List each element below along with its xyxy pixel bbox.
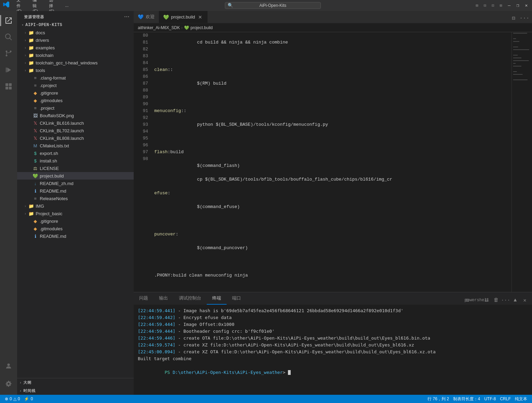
close-button[interactable]: ✕ [523,0,529,11]
sidebar-item-releasenotes[interactable]: ≡ ReleaseNotes [17,195,134,202]
code-content[interactable]: cd build && ninja && ninja combine clean… [152,32,511,292]
tab-actions: ⊟ ··· [509,13,532,23]
outline-header[interactable]: › 大纲 [17,378,134,387]
panel-trash-btn[interactable]: 🗑 [492,296,500,305]
tab-build-close[interactable]: ✕ [197,14,203,20]
folder-icon: 📁 [28,68,34,73]
folder-icon: 📁 [28,30,34,35]
sidebar-item-readme-zh[interactable]: ↓ README_zh.md [17,180,134,187]
sidebar-item-readme2[interactable]: ℹ README.md [17,232,134,240]
sidebar-item-img[interactable]: › 📁 IMG [17,202,134,210]
line-col-text: 行 76，列 2 [427,396,449,402]
sidebar-item-install[interactable]: $ install.sh [17,157,134,164]
file-icon: 𝕏 [32,136,38,141]
sidebar: 资源管理器 ··· ▾ AIPI-OPEN-KITS › 📁 docs › 📁 … [17,11,134,395]
tab-welcome[interactable]: 💙 欢迎 [134,11,159,23]
activity-bar [0,11,17,395]
timeline-header[interactable]: › 时间线 [17,387,134,395]
sidebar-more-button[interactable]: ··· [124,14,130,20]
sidebar-item-drivers[interactable]: › 📁 drivers [17,36,134,44]
sidebar-item-cproject[interactable]: ≡ .cproject [17,82,134,89]
layout-toggle[interactable]: ⊞ [474,2,480,10]
sidebar-item-license[interactable]: ⚖ LICENSE [17,164,134,172]
sidebar-item-export[interactable]: $ export.sh [17,149,134,157]
run-icon[interactable] [0,62,17,78]
minimize-button[interactable]: — [506,0,512,11]
outline-section: › 大纲 › 时间线 [17,378,134,395]
sidebar-item-examples[interactable]: › 📁 examples [17,44,134,51]
panel-close-btn[interactable]: ✕ [520,296,529,305]
sidebar-item-bouffalosdk[interactable]: 🖼 BouffaloSDK.png [17,112,134,119]
svg-point-0 [5,34,10,39]
search-input[interactable] [225,2,321,9]
panel-tab-output[interactable]: 输出 [154,292,173,305]
sidebar-item-cmakelists[interactable]: M CMakeLists.txt [17,142,134,149]
spaces-text: 制表符长度：4 [453,396,480,402]
code-view[interactable]: 80 81 82 83 84 85 86 87 88 89 90 91 92 9… [134,32,532,292]
sidebar-item-project-basic[interactable]: › 📁 Project_basic [17,210,134,217]
file-icon: $ [32,158,38,163]
panel-area: 问题 输出 调试控制台 终端 端口 ⊡ powershell ⊟ 🗑 ··· ▲… [134,292,532,395]
panel-tab-terminal[interactable]: 终端 [207,292,227,305]
sidebar-item-gitmodules2[interactable]: ◆ .gitmodules [17,225,134,232]
tab-project-build[interactable]: 💚 project.build ✕ [159,11,208,23]
status-errors[interactable]: ⊗ 0 △ 0 [3,395,22,403]
breadcrumb-file[interactable]: project.build [191,25,213,30]
sidebar-item-clang-format[interactable]: ≡ .clang-format [17,74,134,82]
terminal-content[interactable]: [22:44:59.441] - Image hash is b'69de5b7… [134,305,532,395]
sidebar-item-project[interactable]: ≡ .project [17,104,134,112]
code-line-94: puncover: [154,231,511,238]
status-language[interactable]: 纯文本 [513,395,529,403]
sidebar-item-cklink-bl808[interactable]: 𝕏 CKLink_BL808.launch [17,134,134,142]
source-control-icon[interactable] [0,45,17,62]
sidebar-item-toolchain-gcc[interactable]: › 📁 toolchain_gcc_t-head_windows [17,59,134,66]
panel-new-terminal[interactable]: ⊟ [482,296,491,305]
line-numbers: 80 81 82 83 84 85 86 87 88 89 90 91 92 9… [134,32,152,292]
status-line-ending[interactable]: CRLF [498,395,513,403]
menu-more[interactable]: ... [62,2,71,9]
more-actions-button[interactable]: ··· [520,13,529,23]
accounts-icon[interactable] [0,358,17,374]
code-line-96 [154,258,511,265]
code-line-82: clean:: [154,66,511,73]
status-encoding[interactable]: UTF-8 [482,395,498,403]
sidebar-item-gitignore[interactable]: ◆ .gitignore [17,89,134,97]
extensions-icon[interactable] [0,78,17,95]
sidebar-item-tools[interactable]: › 📁 tools [17,66,134,74]
file-icon: ◆ [32,219,38,224]
settings-icon[interactable] [0,376,17,392]
sidebar-item-docs[interactable]: › 📁 docs [17,29,134,36]
layout-grid[interactable]: ⊞ [498,2,504,10]
file-icon: 💚 [32,173,38,179]
term-line-2: [22:44:59.442] - Encrypt efuse data [138,314,528,321]
status-warnings2[interactable]: ⚡ 0 [22,395,35,403]
panel-tab-problems[interactable]: 问题 [134,292,154,305]
panel-collapse-btn[interactable]: ▲ [511,296,520,305]
svg-rect-7 [6,68,7,72]
status-spaces[interactable]: 制表符长度：4 [451,395,482,403]
sidebar-item-cklink-bl616[interactable]: 𝕏 CKLink_BL616.launch [17,119,134,127]
sidebar-item-project-build[interactable]: 💚 project.build [17,172,134,180]
layout-side[interactable]: ⊟ [482,2,487,10]
file-icon: ◆ [32,226,38,231]
status-line-col[interactable]: 行 76，列 2 [425,395,451,403]
sidebar-item-cklink-bl702[interactable]: 𝕏 CKLink_BL702.launch [17,127,134,134]
language-text: 纯文本 [515,396,527,402]
panel-tab-ports[interactable]: 端口 [227,292,246,305]
svg-point-2 [6,51,8,52]
panel-more-btn[interactable]: ··· [501,296,510,305]
panel-split-btn[interactable]: powershell [472,296,481,305]
explorer-icon[interactable] [0,12,17,29]
sidebar-root[interactable]: ▾ AIPI-OPEN-KITS [17,21,134,29]
panel-tab-debug[interactable]: 调试控制台 [173,292,207,305]
search-activity-icon[interactable] [0,29,17,45]
layout-bottom[interactable]: ⊡ [490,2,495,10]
sidebar-item-gitmodules[interactable]: ◆ .gitmodules [17,97,134,104]
tab-build-label: project.build [171,14,195,20]
split-editor-button[interactable]: ⊟ [509,13,518,23]
sidebar-item-readme[interactable]: ℹ README.md [17,187,134,195]
sidebar-item-gitignore2[interactable]: ◆ .gitignore [17,217,134,225]
maximize-button[interactable]: ❐ [515,0,521,11]
breadcrumb-sdk[interactable]: aithinker_Ai-M6X_SDK [138,25,180,30]
sidebar-item-toolchain[interactable]: › 📁 toolchain [17,51,134,59]
